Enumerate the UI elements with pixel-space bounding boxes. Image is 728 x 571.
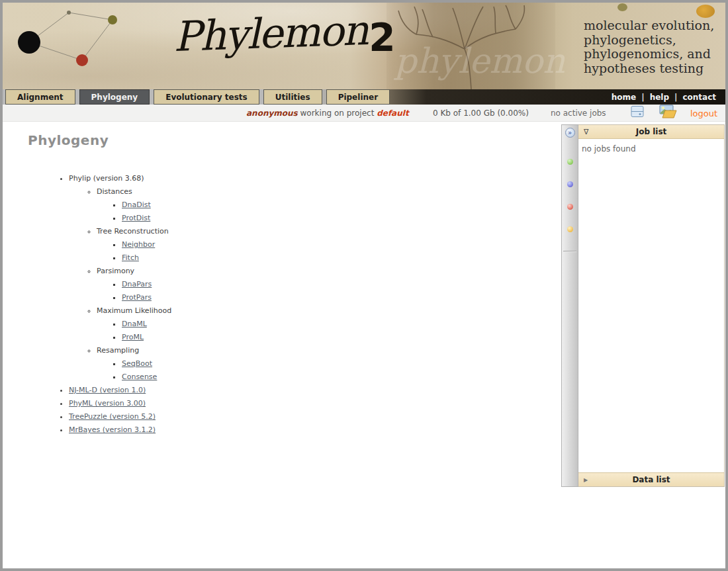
tab-utilities[interactable]: Utilities	[263, 89, 322, 105]
tool-link-treepuzzle[interactable]: TreePuzzle (version 5.2)	[69, 412, 156, 421]
storage-icon[interactable]	[630, 105, 645, 120]
tagline-line: molecular evolution,	[584, 19, 714, 33]
separator: |	[674, 93, 677, 102]
tool-link-phyml[interactable]: PhyML (version 3.00)	[69, 399, 146, 408]
tree-illustration	[387, 3, 555, 89]
tab-evolutionary-tests[interactable]: Evolutionary tests	[154, 89, 259, 105]
tool-link-protdist[interactable]: ProtDist	[122, 214, 150, 222]
group-label: Distances	[97, 187, 132, 196]
project-name: default	[377, 109, 408, 118]
data-folder-icon[interactable]	[659, 105, 677, 120]
separator: |	[641, 93, 644, 102]
logo-number: 2	[369, 19, 395, 57]
help-link[interactable]: help	[650, 93, 669, 102]
page: phylemon Phylemon 2 molecular evolution,…	[0, 0, 728, 571]
tagline: molecular evolution, phylogenetics, phyl…	[584, 19, 714, 76]
tab-phylogeny[interactable]: Phylogeny	[79, 89, 150, 105]
home-link[interactable]: home	[612, 93, 636, 102]
job-list-body: no jobs found	[578, 139, 724, 472]
tab-bar: Alignment Phylogeny Evolutionary tests U…	[3, 89, 725, 105]
tool-link-fitch[interactable]: Fitch	[122, 253, 139, 262]
header-links: home | help | contact	[612, 89, 716, 105]
logo-script: Phylemon	[173, 10, 368, 58]
tool-link-dnaml[interactable]: DnaML	[122, 320, 147, 328]
tagline-line: hypotheses testing	[584, 62, 714, 76]
tool-link-seqboot[interactable]: SeqBoot	[122, 359, 152, 368]
network-decoration	[3, 3, 155, 89]
tool-link-proml[interactable]: ProML	[122, 333, 144, 341]
tool-link-protpars[interactable]: ProtPars	[122, 293, 152, 302]
job-panel: ∇ Job list no jobs found ▶ Data list	[578, 124, 725, 487]
tool-link-consense[interactable]: Consense	[122, 373, 157, 381]
data-list-title: Data list	[632, 475, 670, 484]
tab-alignment[interactable]: Alignment	[5, 89, 75, 105]
tagline-line: phylogenetics,	[584, 33, 714, 48]
strip-divider	[563, 251, 576, 252]
expand-icon: ▶	[584, 473, 588, 487]
username-text: anonymous	[246, 109, 298, 118]
tool-link-nj-ml-d[interactable]: NJ-ML-D (version 1.0)	[69, 386, 146, 394]
job-status-blue-icon	[567, 181, 573, 187]
banner: phylemon Phylemon 2 molecular evolution,…	[3, 3, 725, 89]
tree-band	[387, 3, 555, 89]
tool-link-dnapars[interactable]: DnaPars	[122, 280, 152, 288]
job-status-green-icon	[567, 159, 573, 165]
job-status-red-icon	[567, 204, 573, 210]
data-list-header[interactable]: ▶ Data list	[578, 472, 724, 486]
quota-text: 0 Kb of 1.00 Gb (0.00%)	[433, 109, 529, 118]
ink-blob-orange	[696, 5, 715, 18]
tagline-line: phylogenomics, and	[584, 47, 714, 62]
group-label: Maximum Likelihood	[97, 306, 171, 315]
collapse-sidebar-icon[interactable]: »	[565, 128, 575, 138]
sidebar: » ∇ Job list no jobs found ▶ Data list	[561, 124, 725, 487]
active-jobs-text: no active jobs	[551, 109, 606, 118]
filter-icon[interactable]: ∇	[584, 125, 588, 139]
ink-blob-olive	[617, 3, 627, 11]
job-list-header: ∇ Job list	[578, 125, 724, 139]
tool-link-neighbor[interactable]: Neighbor	[122, 240, 155, 249]
logo: Phylemon 2	[173, 13, 396, 57]
logout-link[interactable]: logout	[690, 108, 717, 118]
contact-link[interactable]: contact	[682, 93, 716, 102]
group-label: Tree Reconstruction	[97, 227, 169, 236]
tool-link-mrbayes[interactable]: MrBayes (version 3.1.2)	[69, 425, 156, 434]
group-label: Resampling	[97, 346, 139, 355]
working-on-text: working on project	[300, 109, 375, 118]
tab-pipeliner[interactable]: Pipeliner	[326, 89, 390, 105]
session-info: anonymous working on project default	[246, 109, 409, 118]
sidebar-strip: »	[561, 124, 578, 487]
no-jobs-text: no jobs found	[582, 144, 636, 154]
group-label: Parsimony	[97, 267, 134, 275]
job-list-title: Job list	[636, 127, 667, 136]
job-status-yellow-icon	[567, 226, 573, 232]
status-bar: anonymous working on project default 0 K…	[3, 105, 725, 122]
tool-link-dnadist[interactable]: DnaDist	[122, 200, 151, 209]
phylip-label: Phylip (version 3.68)	[69, 174, 144, 183]
